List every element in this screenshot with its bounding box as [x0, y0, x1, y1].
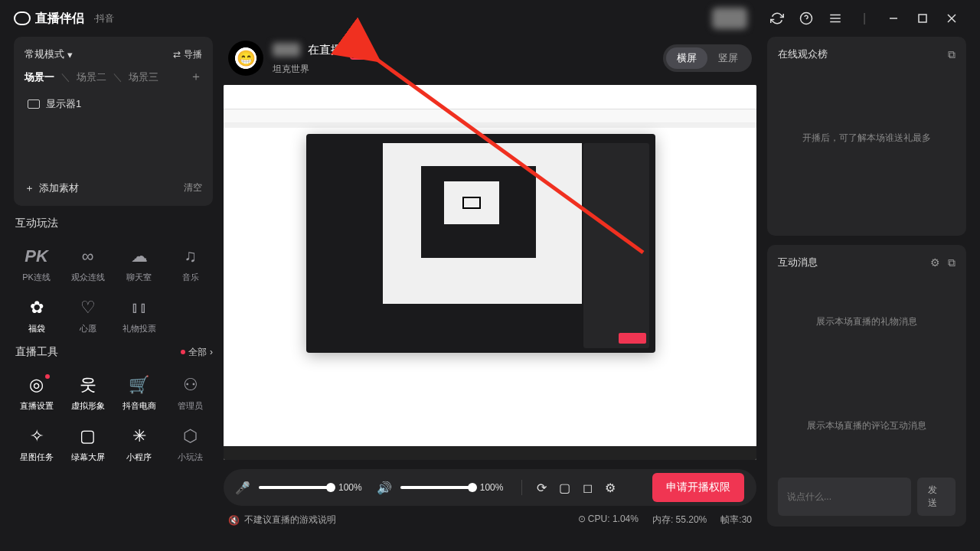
record-icon[interactable]: ▢: [557, 481, 571, 494]
interactive-section-title: 互动玩法: [15, 217, 213, 230]
stream-header: 😁 在直播 ✎ 坦克世界 横屏 竖屏: [224, 37, 756, 85]
minimize-icon[interactable]: [887, 11, 900, 25]
logo-icon: [14, 11, 31, 25]
comment-empty-text: 展示本场直播的评论互动消息: [778, 373, 956, 478]
mic-percent: 100%: [338, 482, 362, 493]
tools-section-title: 直播工具 全部 ›: [15, 345, 213, 359]
scene-tab-1[interactable]: 场景一: [24, 70, 54, 84]
greenscreen-button[interactable]: ▢绿幕大屏: [65, 425, 110, 463]
wish-button[interactable]: ♡心愿: [65, 297, 110, 334]
star-task-button[interactable]: ✧星图任务: [14, 425, 59, 463]
app-logo: 直播伴侣 ·抖音: [14, 11, 114, 27]
control-bar: 🎤 100% 🔊 100% ⟳ ▢ ◻ ⚙ 申请开播权限: [224, 469, 756, 506]
bag-icon: ✿: [26, 297, 47, 318]
window-sep: |: [858, 11, 871, 25]
pk-icon: PK: [26, 246, 47, 267]
link-icon: ∞: [77, 246, 99, 267]
messages-title: 互动消息: [778, 256, 818, 269]
tools-grid: ◎直播设置 웃虚拟形象 🛒抖音电商 ⚇管理员 ✧星图任务 ▢绿幕大屏 ✳小程序 …: [14, 374, 213, 463]
play-icon: ⬡: [180, 425, 201, 447]
chatroom-button[interactable]: ☁聊天室: [116, 246, 162, 283]
scene-panel: 常规模式 ▾ ⇄ 导播 场景一 ＼ 场景二 ＼ 场景三 ＋ 显示器1 ＋ 添加素…: [14, 37, 213, 206]
mic-slider[interactable]: [259, 486, 329, 489]
cpu-stat: ⊙ CPU: 1.04%: [578, 514, 639, 527]
viewers-title: 在线观众榜: [778, 47, 828, 61]
ecommerce-button[interactable]: 🛒抖音电商: [116, 374, 162, 412]
miniapp-button[interactable]: ✳小程序: [116, 425, 162, 463]
orientation-horizontal[interactable]: 横屏: [666, 47, 707, 69]
scene-tabs: 场景一 ＼ 场景二 ＼ 场景三 ＋: [24, 69, 202, 85]
titlebar: 直播伴侣 ·抖音 |: [0, 0, 980, 37]
add-source-button[interactable]: ＋ 添加素材: [24, 181, 79, 195]
app-subname: ·抖音: [93, 12, 114, 25]
gear-icon: ◎: [26, 374, 47, 396]
refresh-preview-icon[interactable]: ⟳: [534, 481, 548, 494]
stream-category: 坦克世界: [273, 63, 370, 76]
edit-title-button[interactable]: ✎: [350, 40, 370, 60]
chat-icon: ☁: [129, 246, 150, 267]
vote-icon: ⫾⫾: [129, 297, 150, 318]
go-live-button[interactable]: 申请开播权限: [652, 473, 744, 502]
camera-icon[interactable]: ◻: [580, 481, 594, 494]
orientation-vertical[interactable]: 竖屏: [707, 47, 749, 69]
music-icon: ♫: [180, 246, 201, 267]
menu-icon[interactable]: [828, 11, 842, 25]
mode-dropdown[interactable]: 常规模式 ▾: [24, 47, 73, 61]
speaker-slider[interactable]: [400, 486, 471, 489]
send-button[interactable]: 发送: [917, 478, 956, 516]
gift-vote-button[interactable]: ⫾⫾礼物投票: [116, 297, 162, 334]
help-icon[interactable]: [799, 11, 813, 25]
user-avatar-blurred[interactable]: [712, 8, 747, 29]
source-label: 显示器1: [46, 97, 81, 111]
lucky-bag-button[interactable]: ✿福袋: [14, 297, 59, 334]
refresh-icon[interactable]: [770, 11, 784, 25]
scene-tab-2[interactable]: 场景二: [77, 70, 106, 84]
svg-rect-5: [919, 15, 926, 22]
popout-msg-icon[interactable]: ⧉: [948, 256, 956, 269]
source-monitor-1[interactable]: 显示器1: [24, 93, 202, 116]
virtual-avatar-button[interactable]: 웃虚拟形象: [65, 374, 110, 412]
tools-all-link[interactable]: 全部 ›: [181, 346, 213, 359]
popout-viewers-icon[interactable]: ⧉: [948, 48, 956, 61]
viewers-empty-text: 开播后，可了解本场谁送礼最多: [778, 61, 956, 214]
mic-icon[interactable]: 🎤: [236, 481, 250, 494]
live-settings-button[interactable]: ◎直播设置: [14, 374, 59, 412]
close-icon[interactable]: [945, 11, 959, 25]
fps-stat: 帧率:30: [720, 514, 752, 527]
pk-link-button[interactable]: PKPK连线: [14, 246, 59, 283]
minigame-button[interactable]: ⬡小玩法: [168, 425, 213, 463]
messages-panel: 互动消息 ⚙ ⧉ 展示本场直播的礼物消息 展示本场直播的评论互动消息 发送: [767, 245, 966, 527]
director-button[interactable]: ⇄ 导播: [173, 48, 202, 61]
stream-avatar[interactable]: 😁: [228, 41, 263, 76]
preview-area[interactable]: [224, 85, 756, 460]
audience-link-button[interactable]: ∞观众连线: [65, 246, 110, 283]
chat-input[interactable]: [778, 478, 911, 516]
add-scene-button[interactable]: ＋: [190, 69, 202, 85]
maximize-icon[interactable]: [916, 11, 929, 25]
mem-stat: 内存: 55.20%: [652, 514, 707, 527]
screen-icon: ▢: [77, 425, 99, 447]
admin-button[interactable]: ⚇管理员: [168, 374, 213, 412]
speaker-icon[interactable]: 🔊: [377, 481, 391, 494]
stream-title-suffix: 在直播: [308, 43, 342, 57]
avatar-icon: 웃: [77, 374, 99, 396]
orientation-toggle: 横屏 竖屏: [663, 44, 752, 72]
game-warning[interactable]: 🔇 不建议直播的游戏说明: [228, 514, 336, 527]
stream-title-blurred: [273, 43, 300, 57]
star-icon: ✧: [26, 425, 47, 447]
interactive-grid: PKPK连线 ∞观众连线 ☁聊天室 ♫音乐 ✿福袋 ♡心愿 ⫾⫾礼物投票: [14, 246, 213, 334]
admin-icon: ⚇: [180, 374, 201, 396]
msg-settings-icon[interactable]: ⚙: [930, 256, 940, 269]
music-button[interactable]: ♫音乐: [168, 246, 213, 283]
viewers-panel: 在线观众榜 ⧉ 开播后，可了解本场谁送礼最多: [767, 37, 966, 236]
clear-sources-button[interactable]: 清空: [184, 181, 202, 195]
monitor-icon: [28, 99, 40, 109]
app-name: 直播伴侣: [35, 11, 84, 27]
status-bar: 🔇 不建议直播的游戏说明 ⊙ CPU: 1.04% 内存: 55.20% 帧率:…: [224, 506, 756, 527]
scene-tab-3[interactable]: 场景三: [129, 70, 158, 84]
speaker-percent: 100%: [480, 482, 504, 493]
settings-icon[interactable]: ⚙: [603, 481, 617, 494]
gift-empty-text: 展示本场直播的礼物消息: [778, 269, 956, 373]
heart-icon: ♡: [77, 297, 99, 318]
app-icon: ✳: [129, 425, 150, 447]
